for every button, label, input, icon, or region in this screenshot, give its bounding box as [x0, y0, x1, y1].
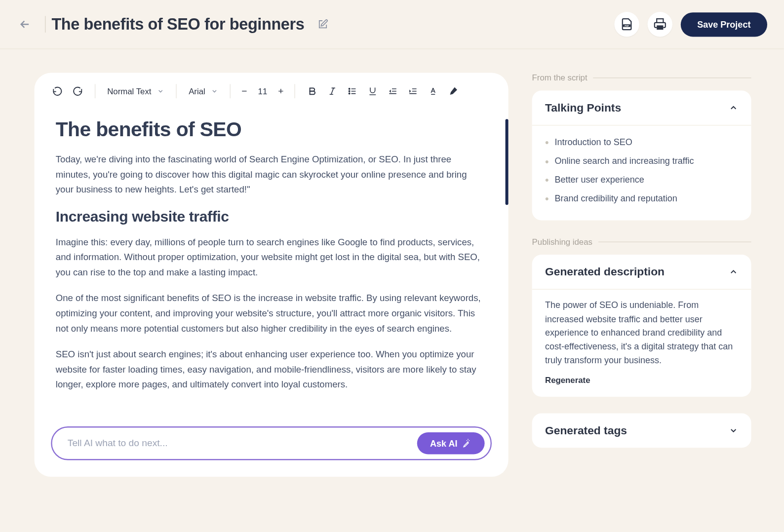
- svg-point-9: [349, 88, 350, 89]
- svg-text:PDF: PDF: [625, 25, 629, 27]
- text-color-button[interactable]: [424, 82, 442, 100]
- edit-title-icon[interactable]: [317, 19, 328, 30]
- svg-point-11: [349, 93, 350, 94]
- magic-wand-icon: [462, 438, 471, 448]
- paragraph-style-label: Normal Text: [107, 86, 151, 96]
- ask-ai-label: Ask AI: [430, 438, 457, 448]
- toolbar-separator: [230, 84, 231, 98]
- editor-card: Normal Text Arial − 11 +: [35, 73, 509, 477]
- bullet-list-button[interactable]: [344, 82, 361, 100]
- chevron-down-icon: [157, 88, 164, 95]
- print-button[interactable]: [648, 12, 672, 37]
- description-text: The power of SEO is undeniable. From inc…: [545, 298, 738, 367]
- doc-heading-1: The benefits of SEO: [56, 118, 487, 141]
- back-arrow-icon[interactable]: [17, 16, 34, 33]
- toolbar-separator: [95, 84, 95, 98]
- font-size-value: 11: [258, 86, 268, 96]
- underline-button[interactable]: [364, 82, 382, 100]
- doc-paragraph: Imagine this: every day, millions of peo…: [56, 234, 487, 280]
- doc-paragraph: One of the most significant benefits of …: [56, 290, 487, 336]
- doc-heading-2: Increasing website traffic: [56, 208, 487, 225]
- editor-content[interactable]: The benefits of SEO Today, we're diving …: [35, 107, 509, 415]
- description-header[interactable]: Generated description: [532, 255, 751, 290]
- doc-paragraph: SEO isn't just about search engines; it'…: [56, 346, 487, 392]
- font-size-decrease[interactable]: −: [239, 86, 250, 97]
- sidebar-section-label: From the script: [532, 73, 751, 82]
- card-title: Generated tags: [545, 424, 627, 437]
- ai-prompt-bar: Ask AI: [51, 426, 492, 460]
- talking-points-header[interactable]: Talking Points: [532, 91, 751, 126]
- ai-prompt-input[interactable]: [68, 438, 417, 449]
- talking-points-card: Talking Points Introduction to SEO Onlin…: [532, 91, 751, 221]
- tags-card: Generated tags: [532, 413, 751, 448]
- outdent-button[interactable]: [384, 82, 402, 100]
- svg-rect-2: [657, 25, 663, 30]
- font-size-increase[interactable]: +: [275, 86, 286, 97]
- indent-button[interactable]: [404, 82, 422, 100]
- italic-button[interactable]: [323, 82, 341, 100]
- ask-ai-button[interactable]: Ask AI: [417, 432, 485, 454]
- svg-point-10: [349, 91, 350, 92]
- header-divider: [45, 16, 45, 33]
- doc-paragraph: Today, we're diving into the fascinating…: [56, 152, 487, 197]
- tags-header[interactable]: Generated tags: [532, 413, 751, 448]
- undo-button[interactable]: [48, 82, 66, 100]
- page-title: The benefits of SEO for beginners: [51, 15, 304, 34]
- card-title: Talking Points: [545, 101, 621, 114]
- chevron-up-icon: [729, 103, 738, 113]
- toolbar-separator: [176, 84, 177, 98]
- list-item: Introduction to SEO: [545, 134, 738, 152]
- highlight-button[interactable]: [444, 82, 462, 100]
- list-item: Better user experience: [545, 171, 738, 190]
- font-family-label: Arial: [189, 86, 205, 96]
- regenerate-button[interactable]: Regenerate: [545, 375, 738, 384]
- font-size-stepper: − 11 +: [239, 86, 286, 97]
- description-card: Generated description The power of SEO i…: [532, 255, 751, 396]
- chevron-down-icon: [211, 88, 218, 95]
- redo-button[interactable]: [69, 82, 86, 100]
- svg-line-5: [331, 88, 334, 94]
- list-item: Online search and increasing traffic: [545, 152, 738, 171]
- sidebar: From the script Talking Points Introduct…: [532, 73, 751, 477]
- talking-points-list: Introduction to SEO Online search and in…: [545, 134, 738, 209]
- sidebar-section-label: Publishing ideas: [532, 237, 751, 246]
- list-item: Brand credibility and reputation: [545, 190, 738, 209]
- font-family-select[interactable]: Arial: [185, 86, 222, 96]
- chevron-up-icon: [729, 267, 738, 277]
- toolbar-separator: [294, 84, 295, 98]
- bold-button[interactable]: [303, 82, 321, 100]
- export-pdf-button[interactable]: PDF: [614, 12, 639, 37]
- editor-toolbar: Normal Text Arial − 11 +: [35, 73, 509, 108]
- scrollbar[interactable]: [506, 119, 509, 205]
- save-project-button[interactable]: Save Project: [681, 12, 767, 37]
- chevron-down-icon: [729, 425, 738, 435]
- paragraph-style-select[interactable]: Normal Text: [104, 86, 168, 96]
- card-title: Generated description: [545, 266, 665, 278]
